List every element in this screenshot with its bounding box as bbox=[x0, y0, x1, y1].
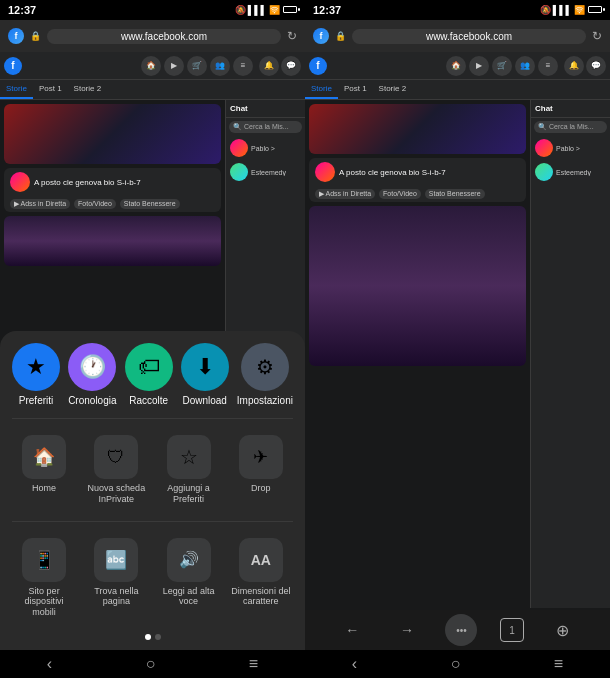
post-header-left: A posto cle genova bio S-i-b-7 bbox=[4, 168, 221, 196]
raction-video[interactable]: Foto/Video bbox=[379, 189, 421, 199]
more-dots-icon: ••• bbox=[456, 625, 467, 636]
nav-home-left[interactable]: ○ bbox=[146, 655, 156, 673]
rnav-messages[interactable]: 💬 bbox=[586, 56, 606, 76]
post-image-1-right bbox=[309, 104, 526, 154]
nav-back-right[interactable]: ‹ bbox=[352, 655, 357, 673]
preferiti-label: Preferiti bbox=[19, 395, 53, 406]
menu-item-preferiti[interactable]: ★ Preferiti bbox=[12, 343, 60, 406]
chat-avatar-2-right bbox=[535, 163, 553, 181]
action-video-left[interactable]: Foto/Video bbox=[74, 199, 116, 209]
rnav-icon-1[interactable]: 🏠 bbox=[446, 56, 466, 76]
menu-icons-row: ★ Preferiti 🕐 Cronologia 🏷 Raccolte bbox=[0, 343, 305, 414]
battery-left bbox=[282, 5, 297, 15]
raction-live[interactable]: ▶ Adss in Diretta bbox=[315, 189, 375, 199]
action-live-left[interactable]: ▶ Adss in Diretta bbox=[10, 199, 70, 209]
post-image-2-right bbox=[309, 206, 526, 366]
nav-icon-1[interactable]: 🏠 bbox=[141, 56, 161, 76]
rnav-notifications[interactable]: 🔔 bbox=[564, 56, 584, 76]
grid-find-page[interactable]: 🔤 Trova nella pagina bbox=[80, 530, 152, 626]
menu-item-cronologia[interactable]: 🕐 Cronologia bbox=[68, 343, 116, 406]
more-options-button[interactable]: ••• bbox=[445, 614, 477, 646]
time-left: 12:37 bbox=[8, 4, 36, 16]
nav-icon-5[interactable]: ≡ bbox=[233, 56, 253, 76]
download-label: Download bbox=[182, 395, 226, 406]
rnav-icon-5[interactable]: ≡ bbox=[538, 56, 558, 76]
fb-tabs-left: Storie Post 1 Storie 2 bbox=[0, 80, 305, 100]
forward-button[interactable]: → bbox=[391, 614, 423, 646]
chat-list-right: Pablo > Esteemedy bbox=[531, 136, 610, 608]
chat-item-2-left[interactable]: Esteemedy bbox=[226, 160, 305, 184]
fb-post-3-left bbox=[4, 216, 221, 266]
raction-status[interactable]: Stato Benessere bbox=[425, 189, 485, 199]
tab-storie2[interactable]: Storie 2 bbox=[68, 80, 108, 99]
read-aloud-icon-box: 🔊 bbox=[167, 538, 211, 582]
grid-read-aloud[interactable]: 🔊 Leggi ad alta voce bbox=[153, 530, 225, 626]
add-fav-icon-box: ☆ bbox=[167, 435, 211, 479]
grid-inprivate[interactable]: 🛡 Nuova scheda InPrivate bbox=[80, 427, 152, 513]
chat-item-2-right[interactable]: Esteemedy bbox=[531, 160, 610, 184]
dot-2 bbox=[155, 634, 161, 640]
menu-grid-row1: 🏠 Home 🛡 Nuova scheda InPrivate ☆ Aggiun… bbox=[0, 423, 305, 517]
grid-mobile-site[interactable]: 📱 Sito per dispositivi mobili bbox=[8, 530, 80, 626]
back-arrow-icon: ← bbox=[345, 622, 359, 638]
rnav-icon-2[interactable]: ▶ bbox=[469, 56, 489, 76]
nav-recent-left[interactable]: ≡ bbox=[249, 655, 258, 673]
rtab-post1[interactable]: Post 1 bbox=[338, 80, 373, 99]
back-button[interactable]: ← bbox=[336, 614, 368, 646]
rnav-icon-3[interactable]: 🛒 bbox=[492, 56, 512, 76]
menu-item-raccolte[interactable]: 🏷 Raccolte bbox=[125, 343, 173, 406]
font-size-icon-box: AA bbox=[239, 538, 283, 582]
post-info-left: A posto cle genova bio S-i-b-7 bbox=[34, 178, 215, 187]
refresh-left[interactable]: ↻ bbox=[287, 29, 297, 43]
main-content: f 🔒 www.facebook.com ↻ f 🏠 ▶ 🛒 👥 ≡ 🔔 💬 bbox=[0, 20, 610, 650]
raccolte-circle: 🏷 bbox=[125, 343, 173, 391]
nav-icon-4[interactable]: 👥 bbox=[210, 56, 230, 76]
fb-nav-right: f 🏠 ▶ 🛒 👥 ≡ 🔔 💬 bbox=[305, 52, 610, 80]
nav-notifications[interactable]: 🔔 bbox=[259, 56, 279, 76]
tab-post1[interactable]: Post 1 bbox=[33, 80, 68, 99]
battery-right bbox=[587, 5, 602, 15]
grid-font-size[interactable]: AA Dimensioni del carattere bbox=[225, 530, 297, 626]
grid-home[interactable]: 🏠 Home bbox=[8, 427, 80, 513]
refresh-right[interactable]: ↻ bbox=[592, 29, 602, 43]
find-page-icon: 🔤 bbox=[105, 549, 127, 571]
nav-icon-3[interactable]: 🛒 bbox=[187, 56, 207, 76]
rtab-storie2[interactable]: Storie 2 bbox=[373, 80, 413, 99]
chat-search-left[interactable]: 🔍 Cerca la Mis... bbox=[229, 121, 302, 133]
rtab-storie[interactable]: Storie bbox=[305, 80, 338, 99]
menu-item-download[interactable]: ⬇ Download bbox=[181, 343, 229, 406]
action-status-left[interactable]: Stato Benessere bbox=[120, 199, 180, 209]
right-panel: f 🔒 www.facebook.com ↻ f 🏠 ▶ 🛒 👥 ≡ 🔔 💬 bbox=[305, 20, 610, 650]
status-icons-right: 🔕 ▌▌▌ 🛜 bbox=[540, 5, 602, 15]
status-icons-left: 🔕 ▌▌▌ 🛜 bbox=[235, 5, 297, 15]
menu-item-impostazioni[interactable]: ⚙ Impostazioni bbox=[237, 343, 293, 406]
nav-messages[interactable]: 💬 bbox=[281, 56, 301, 76]
rnav-icon-4[interactable]: 👥 bbox=[515, 56, 535, 76]
chat-item-1-left[interactable]: Pablo > bbox=[226, 136, 305, 160]
impostazioni-circle: ⚙ bbox=[241, 343, 289, 391]
download-icon: ⬇ bbox=[196, 354, 214, 380]
font-size-label: Dimensioni del carattere bbox=[231, 586, 291, 608]
preferiti-circle: ★ bbox=[12, 343, 60, 391]
favicon-right: f bbox=[313, 28, 329, 44]
drop-icon-box: ✈ bbox=[239, 435, 283, 479]
nav-back-left[interactable]: ‹ bbox=[47, 655, 52, 673]
chat-search-right[interactable]: 🔍 Cerca la Mis... bbox=[534, 121, 607, 133]
nav-icon-2[interactable]: ▶ bbox=[164, 56, 184, 76]
preferiti-icon: ★ bbox=[26, 354, 46, 380]
chat-item-1-right[interactable]: Pablo > bbox=[531, 136, 610, 160]
tab-storie[interactable]: Storie bbox=[0, 80, 33, 99]
post-info-right: A posto cle genova bio S-i-b-7 bbox=[339, 168, 520, 177]
grid-drop[interactable]: ✈ Drop bbox=[225, 427, 297, 513]
url-bar-left[interactable]: www.facebook.com bbox=[47, 29, 281, 44]
mobile-site-icon: 📱 bbox=[33, 549, 55, 571]
share-button[interactable]: ⊕ bbox=[547, 614, 579, 646]
fb-nav-left: f 🏠 ▶ 🛒 👥 ≡ 🔔 💬 bbox=[0, 52, 305, 80]
wifi-icon-right: 🛜 bbox=[574, 5, 585, 15]
grid-add-favorite[interactable]: ☆ Aggiungi a Preferiti bbox=[153, 427, 225, 513]
url-bar-right[interactable]: www.facebook.com bbox=[352, 29, 586, 44]
nav-recent-right[interactable]: ≡ bbox=[554, 655, 563, 673]
chat-name-1-left: Pablo > bbox=[251, 145, 275, 152]
nav-home-right[interactable]: ○ bbox=[451, 655, 461, 673]
tabs-button[interactable]: 1 bbox=[500, 618, 524, 642]
